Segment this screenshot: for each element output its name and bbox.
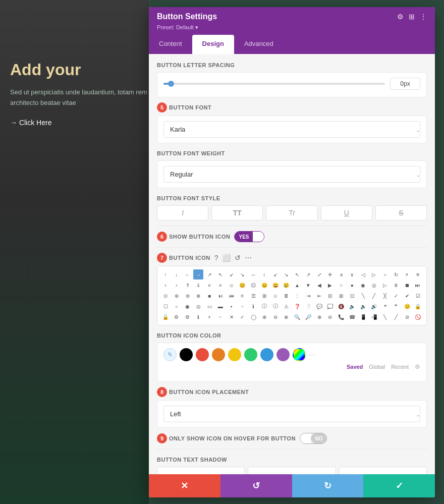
icon-end2[interactable]: ⏮: [227, 291, 237, 301]
color-more-dots[interactable]: ···: [309, 351, 315, 358]
icon-rb2[interactable]: ◉: [183, 301, 193, 311]
icon-ne[interactable]: ↗: [204, 269, 214, 279]
icon-rect4[interactable]: ▫: [237, 301, 247, 311]
icon-tri-l[interactable]: ◀: [314, 280, 324, 290]
icon-ul[interactable]: ↖: [292, 269, 302, 279]
icon-table[interactable]: ⊞: [336, 291, 346, 301]
icon-check4[interactable]: ☑: [413, 291, 423, 301]
icon-up[interactable]: ↑: [160, 269, 171, 279]
icon-slash2[interactable]: ╱: [369, 291, 379, 301]
icon-lock[interactable]: 🔒: [413, 301, 423, 311]
font-weight-select[interactable]: Regular: [163, 166, 420, 183]
slider-value[interactable]: 0px: [390, 78, 420, 90]
slider-thumb[interactable]: [168, 81, 174, 87]
font-style-underline[interactable]: U: [321, 205, 372, 220]
icon-sq[interactable]: ■: [204, 291, 214, 301]
icon-spin[interactable]: ↻: [391, 269, 401, 279]
icon-list[interactable]: ≣: [281, 291, 291, 301]
icon-rec[interactable]: ⊙: [160, 291, 171, 301]
icon-ldbl[interactable]: «: [204, 280, 214, 290]
icon-reset[interactable]: ↺: [235, 254, 241, 262]
icon-outdent[interactable]: ⇤: [314, 291, 324, 301]
icon-zoom1[interactable]: ⊕: [314, 312, 324, 322]
icon-x2[interactable]: ✕: [413, 269, 423, 279]
icon-skip[interactable]: ⏭: [413, 280, 423, 290]
icon-info4[interactable]: ℹ: [193, 312, 203, 322]
color-yellow[interactable]: [228, 348, 241, 361]
settings-icon[interactable]: ⚙: [397, 13, 404, 21]
undo-button[interactable]: ↺: [220, 474, 292, 497]
icon-bars[interactable]: ⊟: [325, 291, 335, 301]
icon-info2[interactable]: ⓘ: [259, 301, 269, 311]
toggle-yes[interactable]: YES: [235, 232, 253, 242]
icon-sort-dn[interactable]: ∨: [347, 269, 357, 279]
icon-triangle-up[interactable]: ▲: [292, 280, 302, 290]
font-style-capitalize[interactable]: Tr: [266, 205, 317, 220]
icon-quot2[interactable]: ❞: [391, 301, 401, 311]
color-saved[interactable]: Saved: [347, 364, 363, 370]
icon-phone2[interactable]: ☎: [347, 312, 357, 322]
shadow-none[interactable]: ⊘: [157, 467, 245, 474]
icon-triangle-dn[interactable]: ▼: [303, 280, 313, 290]
icon-phone1[interactable]: 📞: [336, 312, 346, 322]
icon-rdbl[interactable]: »: [215, 280, 226, 290]
icon-circ4[interactable]: ◎: [369, 280, 379, 290]
icon-vol2[interactable]: 🔈: [347, 301, 357, 311]
color-black[interactable]: [180, 348, 193, 361]
icon-circ1[interactable]: ○: [336, 280, 346, 290]
icon-tri-r[interactable]: ▶: [325, 280, 335, 290]
redo-button[interactable]: ↻: [292, 474, 364, 497]
icon-minus3[interactable]: ⊖: [270, 312, 281, 322]
shadow-style-1[interactable]: aA: [248, 467, 336, 474]
icon-plus2[interactable]: +: [204, 312, 214, 322]
icon-x3[interactable]: ✕: [227, 312, 237, 322]
icon-vol1[interactable]: 🔇: [336, 301, 346, 311]
color-recent[interactable]: Recent: [391, 364, 409, 370]
icon-help[interactable]: ?: [214, 254, 218, 262]
icon-cross[interactable]: ╳: [380, 291, 390, 301]
color-red[interactable]: [196, 348, 209, 361]
icon-end[interactable]: ○: [380, 269, 390, 279]
icon-placement-select[interactable]: Left Right: [163, 406, 420, 422]
icon-pause2[interactable]: ⏯: [215, 291, 226, 301]
icon-move[interactable]: ✛: [325, 269, 335, 279]
icon-smile2[interactable]: 🙂: [402, 301, 412, 311]
icon-warn[interactable]: ⚠: [281, 301, 291, 311]
icon-q2[interactable]: ❔: [303, 301, 313, 311]
shadow-style-2[interactable]: aA: [339, 467, 427, 474]
hover-toggle-yes[interactable]: [300, 433, 311, 443]
icon-diag3[interactable]: ⊘: [402, 312, 412, 322]
icon-happy[interactable]: 😊: [237, 280, 247, 290]
icon-phone3[interactable]: 📱: [358, 312, 368, 322]
icon-check3[interactable]: ✔: [402, 291, 412, 301]
icon-rangle[interactable]: ›: [172, 280, 182, 290]
icon-langle[interactable]: ‹: [160, 280, 171, 290]
icon-vr[interactable]: ↕: [259, 269, 269, 279]
font-style-uppercase[interactable]: TT: [211, 205, 263, 220]
icon-cb1[interactable]: ☐: [160, 301, 171, 311]
icon-minus2[interactable]: −: [215, 312, 226, 322]
icon-lock2[interactable]: 🔓: [160, 312, 171, 322]
icon-chk5[interactable]: ✓: [237, 312, 247, 322]
icon-zoom2[interactable]: ⊖: [325, 312, 335, 322]
icon-diag1[interactable]: ╲: [380, 312, 390, 322]
icon-fwd[interactable]: ⊛: [172, 291, 182, 301]
icon-eq2[interactable]: ☰: [248, 291, 258, 301]
icon-bubble[interactable]: 💬: [314, 301, 324, 311]
show-icon-toggle[interactable]: YES: [234, 231, 264, 242]
icon-rb3[interactable]: ◎: [193, 301, 203, 311]
icon-stop2[interactable]: ⏹: [402, 280, 412, 290]
icon-laugh[interactable]: 😄: [270, 280, 281, 290]
save-button[interactable]: ✓: [363, 474, 435, 497]
icon-sort-up[interactable]: ∧: [336, 269, 346, 279]
icon-hr[interactable]: ↔: [248, 269, 258, 279]
slider-track[interactable]: [163, 83, 385, 85]
icon-gear1[interactable]: ⚙: [172, 312, 182, 322]
icon-rb1[interactable]: ○: [172, 301, 182, 311]
icon-sw[interactable]: ↘: [237, 269, 247, 279]
tab-advanced[interactable]: Advanced: [234, 35, 284, 54]
icon-plus3[interactable]: ⊕: [259, 312, 269, 322]
tab-content[interactable]: Content: [149, 35, 192, 54]
tab-design[interactable]: Design: [192, 35, 234, 54]
icon-x4[interactable]: ⊗: [281, 312, 291, 322]
